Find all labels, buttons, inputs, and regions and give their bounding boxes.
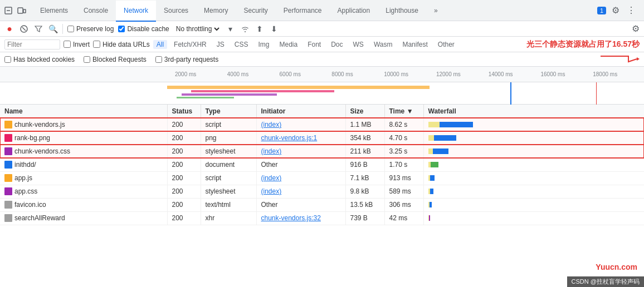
col-time[interactable]: Time ▼ — [384, 105, 423, 118]
col-size[interactable]: Size — [345, 105, 384, 118]
mark-2000: 2000 ms — [174, 71, 226, 77]
col-waterfall[interactable]: Waterfall — [423, 105, 644, 118]
third-party-label: 3rd-party requests — [164, 56, 218, 63]
blocked-requests-checkbox[interactable] — [84, 56, 90, 63]
cell-status: 200 — [167, 211, 201, 225]
cell-type: xhr — [201, 211, 256, 225]
cell-name: app.js — [0, 171, 167, 185]
more-options-btn[interactable]: ⋮ — [625, 4, 637, 17]
filter-js[interactable]: JS — [213, 40, 228, 49]
disable-cache-check[interactable]: Disable cache — [118, 25, 169, 33]
tab-elements[interactable]: Elements — [32, 1, 76, 22]
record-btn[interactable]: ● — [4, 24, 14, 34]
third-party-check[interactable]: 3rd-party requests — [155, 56, 218, 63]
cell-name: chunk-vendors.css — [0, 145, 167, 158]
throttle-select[interactable]: No throttling Slow 3G Fast 3G — [174, 24, 221, 33]
col-initiator[interactable]: Initiator — [256, 105, 345, 118]
filter-input[interactable] — [4, 39, 60, 50]
cell-initiator[interactable]: (index) — [256, 185, 345, 198]
hide-data-urls-check[interactable]: Hide data URLs — [93, 41, 150, 48]
upload-icon[interactable]: ⬆ — [255, 24, 265, 34]
cell-initiator[interactable]: (index) — [256, 171, 345, 185]
hide-data-urls-checkbox[interactable] — [93, 41, 100, 48]
initiator-link[interactable]: chunk-vendors.js:1 — [261, 134, 318, 142]
download-icon[interactable]: ⬇ — [269, 24, 279, 34]
clear-btn[interactable] — [19, 24, 29, 34]
preserve-log-check[interactable]: Preserve log — [67, 25, 114, 33]
filter-media[interactable]: Media — [276, 40, 301, 49]
search-btn[interactable]: 🔍 — [48, 24, 58, 34]
cell-time: 589 ms — [384, 185, 423, 198]
table-row[interactable]: chunk-vendors.js200script(index)1.1 MB8.… — [0, 118, 644, 131]
tab-bar-right: 1 ⚙ ⋮ — [593, 4, 642, 17]
network-settings-icon[interactable]: ⚙ — [632, 23, 640, 34]
filter-other[interactable]: Other — [435, 40, 458, 49]
filter-fetch-xhr[interactable]: Fetch/XHR — [170, 40, 210, 49]
initiator-link[interactable]: (index) — [261, 174, 282, 182]
preserve-log-checkbox[interactable] — [67, 26, 74, 32]
cell-type: document — [201, 158, 256, 171]
file-type-icon — [4, 147, 12, 155]
waterfall-bar — [430, 202, 432, 207]
tab-application[interactable]: Application — [330, 1, 378, 22]
separator-1 — [62, 24, 63, 34]
col-type[interactable]: Type — [201, 105, 256, 118]
tab-network[interactable]: Network — [116, 1, 156, 22]
filter-manifest[interactable]: Manifest — [399, 40, 431, 49]
initiator-link[interactable]: (index) — [261, 187, 282, 195]
device-icon[interactable] — [16, 4, 28, 17]
tab-console[interactable]: Console — [76, 1, 116, 22]
mark-10000: 10000 ms — [383, 71, 435, 77]
table-row[interactable]: rank-bg.png200pngchunk-vendors.js:1354 k… — [0, 131, 644, 145]
table-row[interactable]: chunk-vendors.css200stylesheet(index)211… — [0, 145, 644, 158]
settings-btn[interactable]: ⚙ — [609, 4, 622, 17]
mark-12000: 12000 ms — [435, 71, 487, 77]
cell-size: 13.5 kB — [345, 198, 384, 211]
tab-more[interactable]: » — [426, 1, 446, 22]
tab-performance[interactable]: Performance — [276, 1, 330, 22]
mark-16000: 16000 ms — [539, 71, 592, 77]
blocked-requests-check[interactable]: Blocked Requests — [84, 56, 147, 63]
inspect-icon[interactable] — [2, 4, 14, 17]
cell-initiator: Other — [256, 158, 345, 171]
cell-initiator[interactable]: chunk-vendors.js:32 — [256, 211, 345, 225]
tab-lighthouse[interactable]: Lighthouse — [378, 1, 426, 22]
cell-initiator[interactable]: (index) — [256, 118, 345, 131]
invert-check[interactable]: Invert — [64, 41, 90, 48]
col-name[interactable]: Name — [0, 105, 167, 118]
third-party-checkbox[interactable] — [155, 56, 162, 63]
invert-checkbox[interactable] — [64, 41, 71, 48]
table-row[interactable]: searchAllReward200xhrchunk-vendors.js:32… — [0, 211, 644, 225]
cell-size: 916 B — [345, 158, 384, 171]
filter-doc[interactable]: Doc — [328, 40, 346, 49]
table-row[interactable]: favicon.ico200text/htmlOther13.5 kB306 m… — [0, 198, 644, 211]
initiator-link[interactable]: (index) — [261, 121, 282, 128]
table-row[interactable]: app.css200stylesheet(index)9.8 kB589 ms — [0, 185, 644, 198]
filter-ws[interactable]: WS — [350, 40, 367, 49]
col-status[interactable]: Status — [167, 105, 201, 118]
cell-initiator[interactable]: (index) — [256, 145, 345, 158]
table-row[interactable]: app.js200script(index)7.1 kB913 ms — [0, 171, 644, 185]
timeline-marks: 2000 ms 4000 ms 6000 ms 8000 ms 10000 ms… — [172, 71, 644, 77]
initiator-link[interactable]: chunk-vendors.js:32 — [261, 214, 321, 222]
cell-time: 1.70 s — [384, 158, 423, 171]
file-type-icon — [4, 174, 12, 182]
cell-time: 913 ms — [384, 171, 423, 185]
blocked-cookies-checkbox[interactable] — [4, 56, 11, 63]
tab-memory[interactable]: Memory — [196, 1, 236, 22]
filter-img[interactable]: Img — [255, 40, 272, 49]
blocked-cookies-check[interactable]: Has blocked cookies — [4, 56, 75, 63]
tab-security[interactable]: Security — [236, 1, 275, 22]
table-row[interactable]: inithdd/200documentOther916 B1.70 s — [0, 158, 644, 171]
table-header: Name Status Type Initiator Size Time ▼ W… — [0, 105, 644, 118]
disable-cache-checkbox[interactable] — [118, 26, 125, 32]
file-type-icon — [4, 134, 12, 142]
cell-initiator[interactable]: chunk-vendors.js:1 — [256, 131, 345, 145]
initiator-link[interactable]: (index) — [261, 147, 282, 155]
filter-all[interactable]: All — [153, 40, 167, 49]
filter-font[interactable]: Font — [304, 40, 324, 49]
filter-btn[interactable] — [33, 24, 43, 34]
filter-css[interactable]: CSS — [231, 40, 252, 49]
tab-sources[interactable]: Sources — [156, 1, 196, 22]
filter-wasm[interactable]: Wasm — [370, 40, 396, 49]
